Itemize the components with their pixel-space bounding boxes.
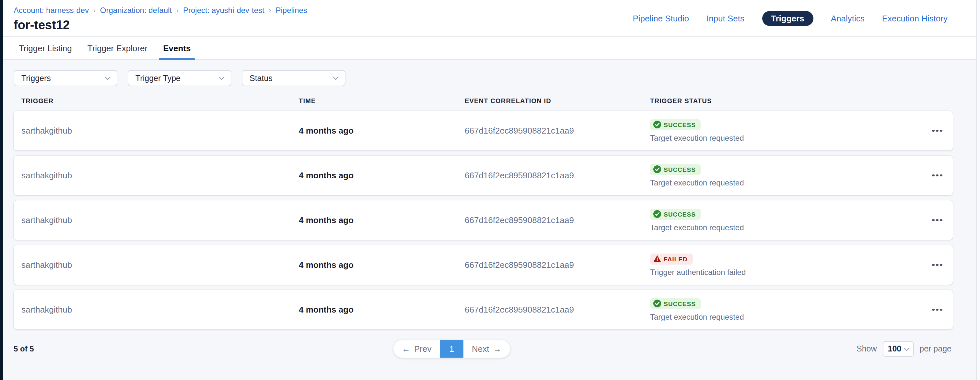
event-time: 4 months ago [299,260,465,270]
success-check-icon [653,165,661,173]
event-correlation-id: 667d16f2ec895908821c1aa9 [465,305,650,315]
event-correlation-id: 667d16f2ec895908821c1aa9 [465,260,650,270]
row-actions-menu-button[interactable] [922,124,953,137]
status-label: FAILED [664,255,688,262]
scrollbar-track[interactable] [976,0,980,380]
status-message: Target execution requested [650,223,922,232]
row-actions-menu-button[interactable] [922,259,953,271]
app-window: Account: harness-dev › Organization: def… [0,0,980,380]
trigger-status-cell: SUCCESS Target execution requested [650,156,922,195]
trigger-status-cell: SUCCESS Target execution requested [650,111,922,150]
event-correlation-id: 667d16f2ec895908821c1aa9 [465,215,650,225]
chevron-down-icon [904,345,909,351]
column-header-trigger-status: TRIGGER STATUS [650,97,922,104]
chevron-down-icon [105,75,110,80]
page-size-controls: Show 100 per page [856,341,953,357]
event-time: 4 months ago [299,126,465,136]
tab-trigger-explorer[interactable]: Trigger Explorer [86,37,149,59]
column-header-event-correlation-id: EVENT CORRELATION ID [465,97,650,104]
success-check-icon [653,121,661,128]
table-row: sarthakgithub 4 months ago 667d16f2ec895… [14,290,953,329]
status-label: SUCCESS [664,121,696,128]
trigger-type-filter-dropdown[interactable]: Trigger Type [128,70,231,86]
next-page-button[interactable]: Next → [463,340,510,358]
trigger-name: sarthakgithub [21,126,299,136]
status-label: SUCCESS [664,211,696,217]
success-check-icon [653,210,661,218]
status-filter-dropdown[interactable]: Status [242,70,345,86]
pagination-pill: ← Prev 1 Next → [393,340,510,358]
events-table: sarthakgithub 4 months ago 667d16f2ec895… [14,111,976,329]
column-header-trigger: TRIGGER [21,97,299,104]
event-time: 4 months ago [299,305,465,315]
trigger-status-cell: FAILED Trigger authentication failed [650,245,922,285]
row-actions-menu-button[interactable] [922,169,953,182]
prev-page-label: Prev [414,344,431,354]
page-size-select[interactable]: 100 [883,341,914,357]
event-correlation-id: 667d16f2ec895908821c1aa9 [465,126,650,136]
status-badge: SUCCESS [650,298,701,309]
arrow-left-icon: ← [402,344,410,354]
tab-bar: Trigger Listing Trigger Explorer Events [3,36,976,60]
event-correlation-id: 667d16f2ec895908821c1aa9 [465,171,650,180]
chevron-down-icon [333,75,339,80]
status-message: Target execution requested [650,178,922,187]
breadcrumb-organization-link[interactable]: Organization: default [100,6,172,15]
chevron-down-icon [219,75,224,80]
failed-warning-icon [653,255,661,263]
column-header-time: TIME [299,97,465,104]
nav-triggers[interactable]: Triggers [762,11,813,26]
success-check-icon [653,300,661,307]
event-time: 4 months ago [299,171,465,180]
status-badge: FAILED [650,253,693,264]
arrow-right-icon: → [493,344,501,354]
row-actions-menu-button[interactable] [922,214,953,227]
page-1-button[interactable]: 1 [440,340,463,358]
trigger-name: sarthakgithub [21,260,299,270]
page-header: Account: harness-dev › Organization: def… [3,0,976,36]
breadcrumb-account-link[interactable]: Account: harness-dev [14,6,89,15]
nav-analytics[interactable]: Analytics [831,13,865,23]
tab-events[interactable]: Events [162,37,192,59]
row-actions-menu-button[interactable] [922,303,953,316]
nav-input-sets[interactable]: Input Sets [706,13,745,23]
status-filter-label: Status [250,73,272,83]
trigger-name: sarthakgithub [21,305,299,315]
per-page-label: per page [920,344,951,353]
trigger-type-filter-label: Trigger Type [135,73,180,83]
filter-bar: Triggers Trigger Type Status [14,70,976,86]
status-label: SUCCESS [664,300,696,307]
tab-trigger-listing[interactable]: Trigger Listing [18,37,73,59]
triggers-filter-dropdown[interactable]: Triggers [14,70,117,86]
next-page-label: Next [472,344,489,354]
status-message: Target execution requested [650,312,922,321]
trigger-name: sarthakgithub [21,171,299,180]
events-content: Triggers Trigger Type Status TRIGGER TIM… [3,60,976,380]
show-label: Show [856,344,877,353]
main-area: Account: harness-dev › Organization: def… [3,0,976,380]
table-row: sarthakgithub 4 months ago 667d16f2ec895… [14,156,953,195]
breadcrumb-project-link[interactable]: Project: ayushi-dev-test [183,6,264,15]
breadcrumb-pipelines-link[interactable]: Pipelines [275,6,307,15]
nav-execution-history[interactable]: Execution History [882,13,948,23]
triggers-filter-label: Triggers [21,73,51,83]
breadcrumb-separator-icon: › [93,5,95,14]
sidebar-edge [0,0,3,380]
table-row: sarthakgithub 4 months ago 667d16f2ec895… [14,245,953,285]
pagination-bar: 5 of 5 ← Prev 1 Next → Show 100 [14,340,953,358]
page-size-value: 100 [888,344,902,353]
status-badge: SUCCESS [650,119,701,130]
nav-pipeline-studio[interactable]: Pipeline Studio [633,13,689,23]
trigger-status-cell: SUCCESS Target execution requested [650,290,922,329]
table-header: TRIGGER TIME EVENT CORRELATION ID TRIGGE… [14,97,953,104]
breadcrumb-separator-icon: › [176,5,178,14]
event-time: 4 months ago [299,215,465,225]
status-message: Target execution requested [650,133,922,142]
status-badge: SUCCESS [650,209,701,219]
status-message: Trigger authentication failed [650,268,922,276]
result-count: 5 of 5 [14,344,34,353]
prev-page-button[interactable]: ← Prev [393,340,440,358]
status-label: SUCCESS [664,166,696,173]
status-badge: SUCCESS [650,164,701,175]
breadcrumb-separator-icon: › [269,5,271,14]
